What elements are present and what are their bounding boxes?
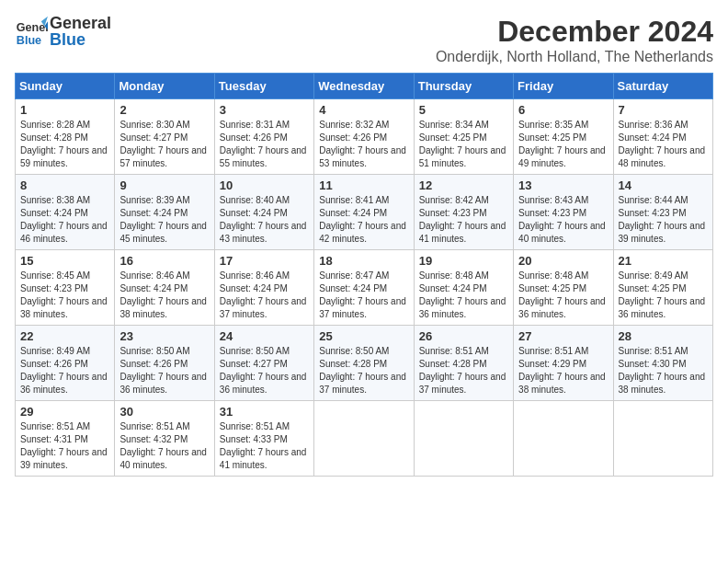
day-info: Sunrise: 8:50 AMSunset: 4:26 PMDaylight:… xyxy=(119,345,209,396)
calendar-cell: 21Sunrise: 8:49 AMSunset: 4:25 PMDayligh… xyxy=(613,250,712,326)
calendar-cell: 4Sunrise: 8:32 AMSunset: 4:26 PMDaylight… xyxy=(314,99,414,175)
calendar-cell: 5Sunrise: 8:34 AMSunset: 4:25 PMDaylight… xyxy=(414,99,513,175)
calendar-cell: 23Sunrise: 8:50 AMSunset: 4:26 PMDayligh… xyxy=(115,326,214,401)
day-number: 7 xyxy=(619,103,708,117)
day-number: 1 xyxy=(20,103,109,117)
calendar-day-header: Monday xyxy=(115,74,214,99)
day-number: 26 xyxy=(419,329,508,343)
day-number: 12 xyxy=(419,178,508,192)
day-number: 24 xyxy=(220,329,309,343)
calendar-cell: 16Sunrise: 8:46 AMSunset: 4:24 PMDayligh… xyxy=(115,250,214,326)
calendar-table: SundayMondayTuesdayWednesdayThursdayFrid… xyxy=(15,73,713,477)
page-subtitle: Onderdijk, North Holland, The Netherland… xyxy=(436,49,713,65)
calendar-cell: 24Sunrise: 8:50 AMSunset: 4:27 PMDayligh… xyxy=(214,326,313,401)
day-info: Sunrise: 8:42 AMSunset: 4:23 PMDaylight:… xyxy=(419,194,508,246)
day-info: Sunrise: 8:51 AMSunset: 4:32 PMDaylight:… xyxy=(119,420,209,472)
day-number: 21 xyxy=(619,254,708,268)
calendar-cell xyxy=(514,401,613,477)
day-info: Sunrise: 8:48 AMSunset: 4:25 PMDaylight:… xyxy=(518,270,608,321)
calendar-cell: 20Sunrise: 8:48 AMSunset: 4:25 PMDayligh… xyxy=(514,250,613,326)
calendar-cell: 8Sunrise: 8:38 AMSunset: 4:24 PMDaylight… xyxy=(16,175,115,250)
day-info: Sunrise: 8:43 AMSunset: 4:23 PMDaylight:… xyxy=(518,194,608,246)
day-info: Sunrise: 8:50 AMSunset: 4:27 PMDaylight:… xyxy=(220,345,309,396)
day-number: 20 xyxy=(518,254,608,268)
calendar-cell: 25Sunrise: 8:50 AMSunset: 4:28 PMDayligh… xyxy=(314,326,414,401)
day-number: 19 xyxy=(419,254,508,268)
day-number: 25 xyxy=(319,329,408,343)
day-info: Sunrise: 8:51 AMSunset: 4:33 PMDaylight:… xyxy=(220,420,309,472)
day-info: Sunrise: 8:49 AMSunset: 4:25 PMDaylight:… xyxy=(619,270,708,321)
calendar-cell: 1Sunrise: 8:28 AMSunset: 4:28 PMDaylight… xyxy=(16,99,115,175)
logo-icon: General Blue xyxy=(15,15,48,48)
calendar-cell: 22Sunrise: 8:49 AMSunset: 4:26 PMDayligh… xyxy=(16,326,115,401)
calendar-cell: 26Sunrise: 8:51 AMSunset: 4:28 PMDayligh… xyxy=(414,326,513,401)
day-number: 11 xyxy=(319,178,408,192)
day-number: 2 xyxy=(119,103,209,117)
day-number: 27 xyxy=(518,329,608,343)
page-title: December 2024 xyxy=(436,15,713,49)
calendar-cell: 15Sunrise: 8:45 AMSunset: 4:23 PMDayligh… xyxy=(16,250,115,326)
day-info: Sunrise: 8:35 AMSunset: 4:25 PMDaylight:… xyxy=(518,119,608,170)
day-number: 13 xyxy=(518,178,608,192)
logo-text: General Blue xyxy=(50,15,111,48)
calendar-cell: 14Sunrise: 8:44 AMSunset: 4:23 PMDayligh… xyxy=(613,175,712,250)
calendar-cell xyxy=(613,401,712,477)
day-number: 10 xyxy=(220,178,309,192)
calendar-cell: 3Sunrise: 8:31 AMSunset: 4:26 PMDaylight… xyxy=(214,99,313,175)
calendar-day-header: Saturday xyxy=(613,74,712,99)
day-info: Sunrise: 8:51 AMSunset: 4:31 PMDaylight:… xyxy=(20,420,109,472)
day-info: Sunrise: 8:41 AMSunset: 4:24 PMDaylight:… xyxy=(319,194,408,246)
calendar-week-row: 22Sunrise: 8:49 AMSunset: 4:26 PMDayligh… xyxy=(16,326,713,401)
day-info: Sunrise: 8:46 AMSunset: 4:24 PMDaylight:… xyxy=(220,270,309,321)
calendar-cell: 6Sunrise: 8:35 AMSunset: 4:25 PMDaylight… xyxy=(514,99,613,175)
calendar-day-header: Friday xyxy=(514,74,613,99)
calendar-cell: 31Sunrise: 8:51 AMSunset: 4:33 PMDayligh… xyxy=(214,401,313,477)
day-info: Sunrise: 8:32 AMSunset: 4:26 PMDaylight:… xyxy=(319,119,408,170)
day-info: Sunrise: 8:31 AMSunset: 4:26 PMDaylight:… xyxy=(220,119,309,170)
calendar-cell: 17Sunrise: 8:46 AMSunset: 4:24 PMDayligh… xyxy=(214,250,313,326)
day-info: Sunrise: 8:47 AMSunset: 4:24 PMDaylight:… xyxy=(319,270,408,321)
calendar-cell xyxy=(314,401,414,477)
calendar-cell: 2Sunrise: 8:30 AMSunset: 4:27 PMDaylight… xyxy=(115,99,214,175)
calendar-cell: 28Sunrise: 8:51 AMSunset: 4:30 PMDayligh… xyxy=(613,326,712,401)
day-number: 3 xyxy=(220,103,309,117)
day-info: Sunrise: 8:44 AMSunset: 4:23 PMDaylight:… xyxy=(619,194,708,246)
calendar-day-header: Wednesday xyxy=(314,74,414,99)
day-number: 30 xyxy=(119,405,209,419)
calendar-cell: 18Sunrise: 8:47 AMSunset: 4:24 PMDayligh… xyxy=(314,250,414,326)
calendar-header-row: SundayMondayTuesdayWednesdayThursdayFrid… xyxy=(16,74,713,99)
day-number: 18 xyxy=(319,254,408,268)
day-number: 17 xyxy=(220,254,309,268)
day-info: Sunrise: 8:51 AMSunset: 4:29 PMDaylight:… xyxy=(518,345,608,396)
calendar-cell xyxy=(414,401,513,477)
day-number: 15 xyxy=(20,254,109,268)
day-info: Sunrise: 8:39 AMSunset: 4:24 PMDaylight:… xyxy=(119,194,209,246)
calendar-cell: 11Sunrise: 8:41 AMSunset: 4:24 PMDayligh… xyxy=(314,175,414,250)
calendar-day-header: Sunday xyxy=(16,74,115,99)
day-number: 28 xyxy=(619,329,708,343)
day-number: 6 xyxy=(518,103,608,117)
day-info: Sunrise: 8:36 AMSunset: 4:24 PMDaylight:… xyxy=(619,119,708,170)
calendar-cell: 27Sunrise: 8:51 AMSunset: 4:29 PMDayligh… xyxy=(514,326,613,401)
day-info: Sunrise: 8:40 AMSunset: 4:24 PMDaylight:… xyxy=(220,194,309,246)
calendar-week-row: 8Sunrise: 8:38 AMSunset: 4:24 PMDaylight… xyxy=(16,175,713,250)
page-header: General Blue General Blue December 2024 … xyxy=(15,15,713,65)
day-info: Sunrise: 8:34 AMSunset: 4:25 PMDaylight:… xyxy=(419,119,508,170)
day-info: Sunrise: 8:38 AMSunset: 4:24 PMDaylight:… xyxy=(20,194,109,246)
day-number: 4 xyxy=(319,103,408,117)
day-number: 8 xyxy=(20,178,109,192)
day-info: Sunrise: 8:48 AMSunset: 4:24 PMDaylight:… xyxy=(419,270,508,321)
day-number: 14 xyxy=(619,178,708,192)
day-number: 5 xyxy=(419,103,508,117)
calendar-cell: 13Sunrise: 8:43 AMSunset: 4:23 PMDayligh… xyxy=(514,175,613,250)
calendar-day-header: Tuesday xyxy=(214,74,313,99)
day-info: Sunrise: 8:30 AMSunset: 4:27 PMDaylight:… xyxy=(119,119,209,170)
calendar-day-header: Thursday xyxy=(414,74,513,99)
calendar-week-row: 15Sunrise: 8:45 AMSunset: 4:23 PMDayligh… xyxy=(16,250,713,326)
calendar-week-row: 1Sunrise: 8:28 AMSunset: 4:28 PMDaylight… xyxy=(16,99,713,175)
day-info: Sunrise: 8:51 AMSunset: 4:28 PMDaylight:… xyxy=(419,345,508,396)
logo-blue-text: Blue xyxy=(50,31,111,48)
calendar-cell: 12Sunrise: 8:42 AMSunset: 4:23 PMDayligh… xyxy=(414,175,513,250)
calendar-cell: 30Sunrise: 8:51 AMSunset: 4:32 PMDayligh… xyxy=(115,401,214,477)
day-info: Sunrise: 8:28 AMSunset: 4:28 PMDaylight:… xyxy=(20,119,109,170)
